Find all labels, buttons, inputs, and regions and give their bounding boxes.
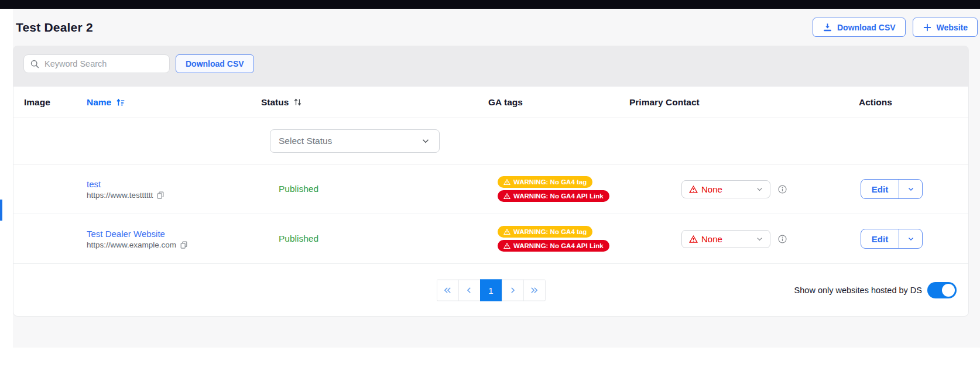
edit-split-button: Edit: [861, 179, 923, 199]
column-header-status[interactable]: Status: [261, 97, 488, 108]
ga-tags-cell: WARNING: No GA4 tag WARNING: No GA4 API …: [488, 226, 629, 252]
ga-tags-cell: WARNING: No GA4 tag WARNING: No GA4 API …: [488, 176, 629, 202]
ga4-api-warning-badge: WARNING: No GA4 API Link: [498, 190, 609, 202]
table-footer: 1 Show only websites hosted by DS: [13, 264, 968, 316]
sort-icon: [293, 97, 303, 107]
download-csv-button[interactable]: Download CSV: [813, 18, 906, 37]
pagination-next-button[interactable]: [502, 279, 524, 301]
double-chevron-left-icon: [443, 285, 453, 295]
double-chevron-right-icon: [529, 285, 539, 295]
chevron-down-icon: [755, 235, 764, 243]
warning-icon: [503, 193, 510, 200]
actions-cell: Edit: [859, 179, 968, 199]
table-row: Test Dealer Website https://www.example.…: [13, 214, 968, 264]
chevron-down-icon: [420, 136, 431, 146]
edit-dropdown-button[interactable]: [899, 229, 922, 248]
copy-icon[interactable]: [156, 191, 165, 199]
pagination-prev-button[interactable]: [458, 279, 481, 301]
ga4-tag-warning-badge: WARNING: No GA4 tag: [498, 226, 592, 238]
add-website-button[interactable]: Website: [913, 18, 978, 37]
download-icon: [823, 22, 832, 32]
warning-icon: [503, 242, 510, 249]
hosted-toggle-group: Show only websites hosted by DS: [794, 282, 957, 298]
edit-split-button: Edit: [861, 229, 923, 249]
websites-table: Image Name Status GA tags: [13, 87, 969, 317]
plus-icon: [923, 23, 932, 32]
status-filter-select[interactable]: Select Status: [270, 129, 440, 153]
table-header-row: Image Name Status GA tags: [13, 87, 968, 118]
websites-card: Download CSV Image Name Status: [13, 46, 969, 317]
column-header-ga-tags: GA tags: [488, 97, 629, 108]
status-value: Published: [261, 233, 488, 244]
pagination: 1: [437, 279, 546, 301]
main-panel: Test Dealer 2 Download CSV Website: [13, 9, 980, 348]
search-box: [23, 54, 170, 73]
column-header-name[interactable]: Name: [87, 97, 261, 108]
name-cell: test https://www.testttttt: [87, 179, 261, 200]
top-black-bar: [0, 0, 980, 9]
info-icon[interactable]: [777, 184, 787, 194]
chevron-down-icon: [755, 185, 764, 194]
warning-icon: [689, 185, 698, 194]
warning-icon: [503, 178, 510, 186]
column-header-primary-contact: Primary Contact: [629, 97, 859, 108]
edit-button[interactable]: Edit: [861, 229, 899, 248]
pagination-page-1[interactable]: 1: [480, 279, 502, 301]
pagination-first-button[interactable]: [437, 279, 459, 301]
primary-contact-cell: None: [629, 180, 859, 198]
keyword-search-input[interactable]: [44, 59, 163, 68]
toolbar-download-csv-button[interactable]: Download CSV: [176, 54, 254, 73]
column-header-image: Image: [24, 97, 87, 108]
page-header: Test Dealer 2 Download CSV Website: [13, 9, 980, 40]
toggle-label: Show only websites hosted by DS: [794, 286, 922, 295]
toggle-knob: [942, 284, 955, 297]
search-icon: [30, 59, 40, 69]
name-cell: Test Dealer Website https://www.example.…: [87, 229, 261, 249]
ga4-api-warning-badge: WARNING: No GA4 API Link: [498, 240, 609, 252]
page-title: Test Dealer 2: [16, 20, 93, 35]
warning-icon: [503, 228, 510, 235]
chevron-down-icon: [906, 184, 916, 194]
warning-icon: [689, 235, 698, 243]
sort-ascending-icon: [115, 97, 126, 108]
chevron-down-icon: [906, 234, 916, 243]
primary-contact-select[interactable]: None: [681, 180, 770, 198]
copy-icon[interactable]: [180, 241, 188, 249]
primary-contact-select[interactable]: None: [681, 230, 770, 248]
table-toolbar: Download CSV: [13, 46, 969, 87]
hosted-by-ds-toggle[interactable]: [927, 282, 957, 298]
column-header-actions: Actions: [859, 97, 968, 108]
chevron-left-icon: [464, 285, 474, 295]
website-url: https://www.testttttt: [87, 191, 153, 200]
edit-dropdown-button[interactable]: [899, 180, 922, 198]
ga4-tag-warning-badge: WARNING: No GA4 tag: [498, 176, 592, 188]
primary-contact-cell: None: [629, 230, 859, 248]
table-row: test https://www.testttttt Published WAR…: [13, 164, 968, 214]
filter-row: Select Status: [13, 118, 968, 164]
status-value: Published: [261, 184, 488, 194]
website-url: https://www.example.com: [87, 241, 176, 249]
left-accent-bar: [0, 200, 2, 221]
info-icon[interactable]: [777, 234, 787, 244]
actions-cell: Edit: [859, 229, 968, 249]
chevron-right-icon: [508, 285, 518, 295]
header-actions: Download CSV Website: [813, 18, 978, 37]
edit-button[interactable]: Edit: [861, 180, 899, 198]
website-name-link[interactable]: Test Dealer Website: [87, 229, 261, 239]
pagination-last-button[interactable]: [523, 279, 546, 301]
website-name-link[interactable]: test: [87, 179, 261, 189]
